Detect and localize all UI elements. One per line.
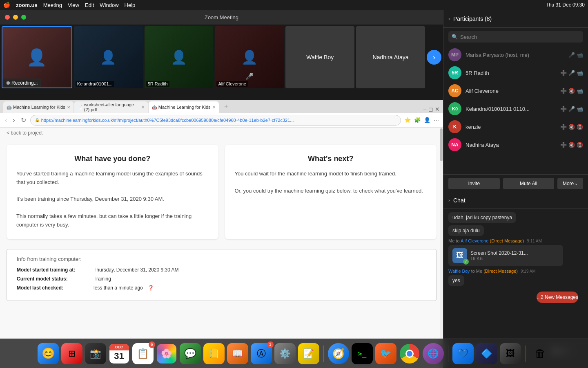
browser-close[interactable]: ✕ — [435, 106, 440, 112]
menubar-right: Thu 31 Dec 09:30 — [546, 2, 585, 8]
left-card-body: You've started training a machine learni… — [16, 170, 209, 229]
new-messages-button[interactable]: ↓ 2 New Messages — [537, 292, 578, 303]
maximize-button[interactable] — [21, 15, 26, 20]
menubar-app-name[interactable]: zoom.us — [16, 2, 38, 8]
muted-mic-icon: 🔇 — [568, 124, 575, 130]
menubar-datetime: Thu 31 Dec 09:30 — [546, 2, 585, 8]
participant-item-radith[interactable]: 5R 5R Radith ➕ 🎤 📹 — [443, 64, 588, 82]
participant-name-kenzie: kenzie — [466, 124, 556, 130]
browser-restore[interactable]: ◻ — [428, 106, 433, 112]
browser-tab-0[interactable]: 🤖 Machine Learning for Kids ✕ — [3, 101, 74, 113]
dock-sysprefs[interactable]: ⚙️ — [274, 343, 296, 364]
chat-waffleboy-group: Waffle Boy to Me (Direct Message) 9:19 A… — [448, 269, 583, 286]
zoom-window: Zoom Meeting 👤 Marisa Paryasto 👤 Kelandr… — [0, 10, 443, 368]
browser-tab-2[interactable]: 🤖 Machine Learning for Kids ✕ — [149, 101, 219, 113]
next-participants-button[interactable]: › — [427, 50, 441, 65]
close-button[interactable] — [5, 15, 10, 20]
chat-sender-file: Me to Alif Cleverone (Direct Message) 9:… — [448, 238, 583, 243]
participant-item-marisa[interactable]: MP Marisa Paryasto (host, me) 🎤 📹 — [443, 46, 588, 64]
participant-item-kelandra[interactable]: K0 Kelandra/01001011 0110... ➕ 🎤 📹 — [443, 100, 588, 118]
browser-section: 🤖 Machine Learning for Kids ✕ 📄 workshee… — [0, 100, 443, 368]
participant-search-bar[interactable]: 🔍 Search — [448, 31, 583, 43]
collapse-chat-button[interactable]: › — [448, 197, 450, 203]
dock-messages[interactable]: 💬 — [180, 343, 201, 364]
dock-safari[interactable]: 🧭 — [328, 343, 349, 364]
dock-launchpad[interactable]: ⊞ — [61, 343, 82, 364]
dock-finder[interactable]: 😊 — [38, 343, 59, 364]
tab-close-2[interactable]: ✕ — [212, 105, 216, 110]
back-button[interactable]: ‹ — [3, 116, 9, 125]
dock-firefox[interactable]: 🌐 — [423, 343, 444, 364]
dock-sublime[interactable]: 🐦 — [375, 343, 396, 364]
dock-chrome[interactable] — [399, 343, 420, 364]
dock-notes[interactable]: 📒 — [203, 343, 225, 364]
menu-icon[interactable]: ⋯ — [433, 116, 440, 124]
menu-meeting[interactable]: Meeting — [43, 2, 62, 8]
extensions-icon[interactable]: 🧩 — [413, 116, 421, 124]
video-thumb-alif[interactable]: 👤 🎤 Alif Cleverone — [215, 26, 284, 88]
browser-minimize[interactable]: − — [423, 105, 427, 113]
bookmark-icon[interactable]: ⭐ — [403, 116, 412, 124]
menu-window[interactable]: Window — [100, 2, 118, 8]
tab-close-0[interactable]: ✕ — [67, 105, 70, 110]
menubar-left: 🍎 zoom.us Meeting View Edit Window Help — [3, 2, 135, 8]
profile-icon[interactable]: 👤 — [423, 116, 431, 124]
address-bar[interactable]: 🔒 https://machinelearningforkids.co.uk/#… — [30, 115, 401, 126]
right-card: What's next? You could wait for the mach… — [225, 145, 437, 239]
left-card: What have you done? You've started train… — [7, 145, 218, 239]
forward-button[interactable]: › — [11, 116, 16, 125]
participant-item-kenzie[interactable]: K kenzie ➕ 🔇 📵 — [443, 118, 588, 136]
help-icon[interactable]: ❓ — [148, 285, 154, 291]
browser-tab-1[interactable]: 📄 worksheet-alienlanguage (2).pdf ✕ — [74, 101, 148, 113]
menu-edit[interactable]: Edit — [85, 2, 94, 8]
participant-icons-alif: ➕ 🔇 📹 — [560, 88, 583, 94]
more-button[interactable]: More⌄ — [557, 178, 583, 189]
tab-label-1: worksheet-alienlanguage (2).pdf — [84, 102, 140, 112]
participant-item-alif[interactable]: AC Alif Cleverone ➕ 🔇 📹 — [443, 82, 588, 100]
participant-item-nadhira[interactable]: NA Nadhira Ataya ➕ 🔇 📵 — [443, 136, 588, 154]
nav-actions: ⭐ 🧩 👤 ⋯ — [403, 116, 440, 124]
collapse-participants-button[interactable]: › — [448, 16, 450, 22]
mute-all-button[interactable]: Mute All — [503, 178, 555, 189]
dock-stickies[interactable]: 📝 — [298, 343, 319, 364]
scroll-thumb[interactable] — [440, 128, 443, 161]
video-label-alif: Alif Cleverone — [216, 81, 247, 87]
reload-button[interactable]: ↻ — [19, 115, 28, 125]
tab-close-1[interactable]: ✕ — [141, 105, 145, 110]
menubar-items: Meeting View Edit Window Help — [43, 2, 136, 8]
menu-view[interactable]: View — [68, 2, 79, 8]
invite-button[interactable]: Invite — [448, 178, 500, 189]
video-thumb-waffleboy[interactable]: Waffle Boy — [285, 26, 354, 88]
dock-recap[interactable]: 🖼 — [500, 343, 521, 364]
menu-help[interactable]: Help — [125, 2, 136, 8]
dock-separator-2 — [448, 346, 448, 362]
dock-gitapp[interactable]: 🔷 — [476, 343, 497, 364]
participants-title: Participants (8) — [453, 16, 492, 22]
dock-reminders[interactable]: 📋 6 — [132, 343, 154, 364]
file-message[interactable]: 🖼 ✓ Screen Shot 2020-12-31... 16 KB — [448, 245, 563, 266]
dock-zoom[interactable]: 💙 — [452, 343, 474, 364]
minimize-button[interactable] — [13, 15, 18, 20]
add-icon: ➕ — [560, 106, 567, 112]
dock-trash[interactable]: 🗑 — [530, 343, 551, 364]
chat-title: Chat — [453, 197, 466, 204]
dock-screenshots[interactable]: 📸 — [85, 343, 106, 364]
window-title: Zoom Meeting — [205, 14, 238, 20]
vertical-scrollbar[interactable] — [440, 128, 443, 368]
check-icon: ✓ — [463, 259, 469, 265]
dock-calendar[interactable]: DEC 31 — [109, 343, 130, 364]
back-to-project[interactable]: < back to project — [0, 128, 443, 138]
video-thumb-radith[interactable]: 👤 5R Radith — [145, 26, 214, 88]
dock-appstore[interactable]: Ⓐ 1 — [251, 343, 272, 364]
file-info: Screen Shot 2020-12-31... 16 KB — [470, 250, 528, 261]
participant-icons-marisa: 🎤 📹 — [568, 52, 583, 58]
video-thumb-kelandra[interactable]: 👤 Kelandra/01001... — [74, 26, 143, 88]
dock-books[interactable]: 📖 — [227, 343, 248, 364]
tab-add-button[interactable]: + — [221, 101, 231, 111]
dock-terminal[interactable]: >_ — [352, 343, 373, 364]
video-thumb-nadhira[interactable]: Nadhira Ataya — [356, 26, 425, 88]
dock-photos[interactable]: 🌸 — [156, 343, 177, 364]
apple-icon[interactable]: 🍎 — [3, 2, 10, 8]
muted-video-icon: 📵 — [577, 142, 583, 148]
chat-messages: udah, jari ku copy pastenya skip aja dul… — [443, 209, 588, 344]
